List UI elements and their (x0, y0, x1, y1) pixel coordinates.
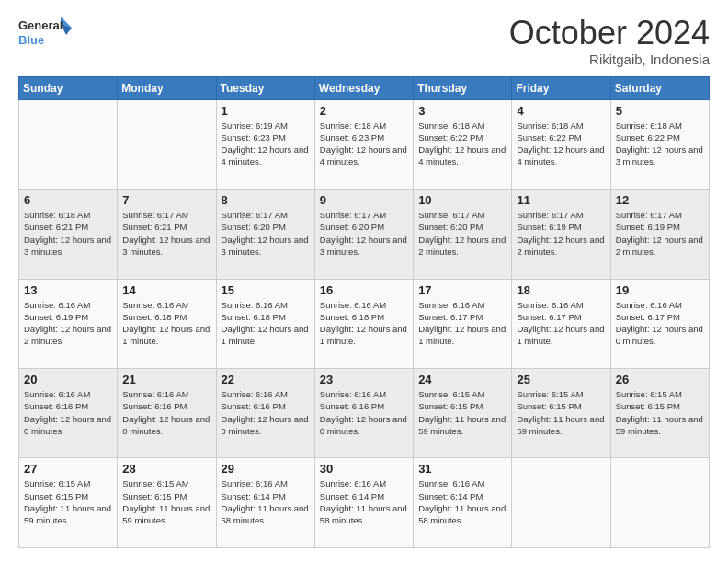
month-title: October 2024 (509, 15, 710, 52)
calendar-cell: 29Sunrise: 6:16 AM Sunset: 6:14 PM Dayli… (216, 458, 314, 548)
calendar-cell: 27Sunrise: 6:15 AM Sunset: 6:15 PM Dayli… (19, 458, 118, 548)
day-number: 28 (122, 462, 210, 476)
calendar-cell (118, 99, 216, 189)
svg-text:Blue: Blue (18, 33, 44, 47)
day-number: 7 (122, 193, 210, 207)
calendar-cell: 21Sunrise: 6:16 AM Sunset: 6:16 PM Dayli… (118, 369, 216, 458)
calendar-cell: 18Sunrise: 6:16 AM Sunset: 6:17 PM Dayli… (512, 279, 610, 368)
calendar-cell: 19Sunrise: 6:16 AM Sunset: 6:17 PM Dayli… (610, 279, 709, 368)
calendar-cell: 4Sunrise: 6:18 AM Sunset: 6:22 PM Daylig… (512, 99, 610, 189)
page: GeneralBlue October 2024 Rikitgaib, Indo… (0, 0, 728, 563)
calendar-week-1: 1Sunrise: 6:19 AM Sunset: 6:23 PM Daylig… (19, 99, 710, 189)
day-info: Sunrise: 6:17 AM Sunset: 6:21 PM Dayligh… (122, 209, 210, 258)
day-info: Sunrise: 6:15 AM Sunset: 6:15 PM Dayligh… (122, 477, 210, 526)
day-info: Sunrise: 6:16 AM Sunset: 6:16 PM Dayligh… (320, 388, 408, 437)
calendar-cell: 10Sunrise: 6:17 AM Sunset: 6:20 PM Dayli… (414, 190, 512, 279)
day-number: 9 (320, 193, 408, 207)
day-number: 1 (222, 104, 310, 118)
weekday-header-saturday: Saturday (610, 76, 709, 99)
day-info: Sunrise: 6:16 AM Sunset: 6:18 PM Dayligh… (320, 299, 408, 348)
calendar-cell: 28Sunrise: 6:15 AM Sunset: 6:15 PM Dayli… (118, 458, 216, 548)
day-number: 5 (616, 104, 704, 118)
location-subtitle: Rikitgaib, Indonesia (509, 52, 710, 67)
day-number: 25 (517, 373, 605, 386)
calendar-cell (610, 458, 709, 548)
calendar-cell (512, 458, 610, 548)
weekday-header-monday: Monday (118, 76, 216, 99)
day-info: Sunrise: 6:16 AM Sunset: 6:14 PM Dayligh… (222, 477, 310, 526)
calendar-cell: 22Sunrise: 6:16 AM Sunset: 6:16 PM Dayli… (216, 369, 314, 458)
day-number: 2 (320, 104, 408, 118)
calendar-cell: 7Sunrise: 6:17 AM Sunset: 6:21 PM Daylig… (118, 190, 216, 279)
day-number: 19 (616, 283, 704, 297)
day-number: 27 (24, 462, 112, 476)
weekday-header-sunday: Sunday (19, 76, 118, 99)
calendar-week-5: 27Sunrise: 6:15 AM Sunset: 6:15 PM Dayli… (19, 458, 710, 548)
day-info: Sunrise: 6:15 AM Sunset: 6:15 PM Dayligh… (616, 388, 704, 437)
calendar-cell: 16Sunrise: 6:16 AM Sunset: 6:18 PM Dayli… (314, 279, 413, 368)
weekday-header-wednesday: Wednesday (314, 76, 413, 99)
calendar-cell: 8Sunrise: 6:17 AM Sunset: 6:20 PM Daylig… (216, 190, 314, 279)
day-info: Sunrise: 6:16 AM Sunset: 6:16 PM Dayligh… (122, 388, 210, 437)
calendar-cell: 23Sunrise: 6:16 AM Sunset: 6:16 PM Dayli… (314, 369, 413, 458)
day-info: Sunrise: 6:16 AM Sunset: 6:14 PM Dayligh… (320, 477, 408, 526)
day-info: Sunrise: 6:16 AM Sunset: 6:14 PM Dayligh… (418, 477, 506, 526)
day-info: Sunrise: 6:17 AM Sunset: 6:19 PM Dayligh… (517, 209, 605, 258)
calendar-cell (19, 99, 118, 189)
calendar-body: 1Sunrise: 6:19 AM Sunset: 6:23 PM Daylig… (19, 99, 710, 547)
day-info: Sunrise: 6:16 AM Sunset: 6:19 PM Dayligh… (24, 299, 112, 348)
calendar-cell: 5Sunrise: 6:18 AM Sunset: 6:22 PM Daylig… (610, 99, 709, 189)
weekday-header-thursday: Thursday (414, 76, 512, 99)
svg-text:General: General (18, 18, 63, 32)
day-info: Sunrise: 6:19 AM Sunset: 6:23 PM Dayligh… (222, 120, 310, 168)
day-info: Sunrise: 6:17 AM Sunset: 6:20 PM Dayligh… (418, 209, 506, 258)
calendar-cell: 31Sunrise: 6:16 AM Sunset: 6:14 PM Dayli… (414, 458, 512, 548)
calendar-cell: 26Sunrise: 6:15 AM Sunset: 6:15 PM Dayli… (610, 369, 709, 458)
day-info: Sunrise: 6:15 AM Sunset: 6:15 PM Dayligh… (418, 388, 506, 437)
day-number: 8 (222, 193, 310, 207)
day-info: Sunrise: 6:15 AM Sunset: 6:15 PM Dayligh… (517, 388, 605, 437)
calendar-cell: 24Sunrise: 6:15 AM Sunset: 6:15 PM Dayli… (414, 369, 512, 458)
logo: GeneralBlue (18, 15, 74, 50)
day-number: 13 (24, 283, 112, 297)
day-info: Sunrise: 6:18 AM Sunset: 6:22 PM Dayligh… (517, 120, 605, 168)
day-info: Sunrise: 6:18 AM Sunset: 6:23 PM Dayligh… (320, 120, 408, 168)
day-info: Sunrise: 6:16 AM Sunset: 6:18 PM Dayligh… (122, 299, 210, 348)
day-number: 29 (222, 462, 310, 476)
day-info: Sunrise: 6:16 AM Sunset: 6:18 PM Dayligh… (222, 299, 310, 348)
day-number: 10 (418, 193, 506, 207)
day-info: Sunrise: 6:16 AM Sunset: 6:16 PM Dayligh… (222, 388, 310, 437)
day-number: 17 (418, 283, 506, 297)
day-number: 30 (320, 462, 408, 476)
calendar-cell: 1Sunrise: 6:19 AM Sunset: 6:23 PM Daylig… (216, 99, 314, 189)
logo-svg: GeneralBlue (18, 15, 74, 50)
calendar-header: SundayMondayTuesdayWednesdayThursdayFrid… (19, 76, 710, 99)
calendar-cell: 3Sunrise: 6:18 AM Sunset: 6:22 PM Daylig… (414, 99, 512, 189)
day-number: 3 (418, 104, 506, 118)
weekday-header-tuesday: Tuesday (216, 76, 314, 99)
calendar-cell: 17Sunrise: 6:16 AM Sunset: 6:17 PM Dayli… (414, 279, 512, 368)
day-info: Sunrise: 6:16 AM Sunset: 6:17 PM Dayligh… (517, 299, 605, 348)
calendar-cell: 6Sunrise: 6:18 AM Sunset: 6:21 PM Daylig… (19, 190, 118, 279)
day-number: 16 (320, 283, 408, 297)
day-info: Sunrise: 6:16 AM Sunset: 6:17 PM Dayligh… (616, 299, 704, 348)
calendar-cell: 13Sunrise: 6:16 AM Sunset: 6:19 PM Dayli… (19, 279, 118, 368)
day-number: 22 (222, 373, 310, 386)
day-number: 11 (517, 193, 605, 207)
day-info: Sunrise: 6:17 AM Sunset: 6:19 PM Dayligh… (616, 209, 704, 258)
day-info: Sunrise: 6:18 AM Sunset: 6:22 PM Dayligh… (616, 120, 704, 168)
day-number: 18 (517, 283, 605, 297)
day-number: 12 (616, 193, 704, 207)
day-number: 20 (24, 373, 112, 386)
calendar-cell: 25Sunrise: 6:15 AM Sunset: 6:15 PM Dayli… (512, 369, 610, 458)
day-number: 31 (418, 462, 506, 476)
day-info: Sunrise: 6:18 AM Sunset: 6:22 PM Dayligh… (418, 120, 506, 168)
day-number: 6 (24, 193, 112, 207)
calendar-table: SundayMondayTuesdayWednesdayThursdayFrid… (18, 76, 710, 548)
day-info: Sunrise: 6:17 AM Sunset: 6:20 PM Dayligh… (222, 209, 310, 258)
calendar-cell: 11Sunrise: 6:17 AM Sunset: 6:19 PM Dayli… (512, 190, 610, 279)
calendar-week-4: 20Sunrise: 6:16 AM Sunset: 6:16 PM Dayli… (19, 369, 710, 458)
header: GeneralBlue October 2024 Rikitgaib, Indo… (18, 15, 710, 67)
day-number: 21 (122, 373, 210, 386)
calendar-cell: 2Sunrise: 6:18 AM Sunset: 6:23 PM Daylig… (314, 99, 413, 189)
